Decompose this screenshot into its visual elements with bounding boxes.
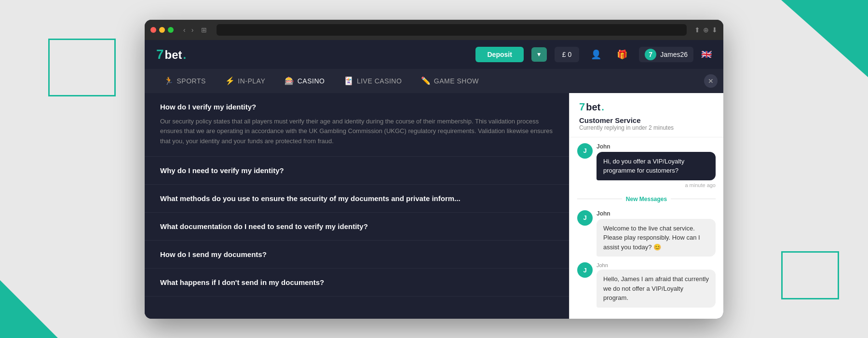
sports-icon: 🏃 xyxy=(164,76,174,85)
deposit-dropdown[interactable]: ▼ xyxy=(531,47,547,62)
chat-logo-dot: . xyxy=(601,102,604,113)
faq-item-5: How do I send my documents? xyxy=(145,241,569,269)
chat-new-messages-divider: New Messages xyxy=(577,196,716,203)
nav-casino[interactable]: 🎰 CASINO xyxy=(277,69,332,93)
browser-actions: ⬆ ⊕ ⬇ xyxy=(694,26,718,34)
download-button[interactable]: ⬇ xyxy=(712,26,718,34)
chat-panel: 7 bet . Customer Service Currently reply… xyxy=(569,93,723,319)
address-bar[interactable] xyxy=(217,24,687,36)
faq-question-6[interactable]: What happens if I don't send in my docum… xyxy=(160,278,554,286)
nav-live-casino-label: LIVE CASINO xyxy=(357,77,402,85)
chat-service-name: Customer Service xyxy=(579,116,714,124)
username: James26 xyxy=(660,51,688,58)
faq-item-2: Why do I need to verify my identity? xyxy=(145,157,569,185)
traffic-lights xyxy=(150,27,174,33)
chat-message-3: J John Hello, James I am afraid that cur… xyxy=(577,262,716,308)
nav-game-show[interactable]: ✏️ GAME SHOW xyxy=(413,69,487,93)
gifts-icon[interactable]: 🎁 xyxy=(613,47,631,62)
chat-bubble-3: Hello, James I am afraid that currently … xyxy=(597,270,716,308)
inplay-icon: ⚡ xyxy=(225,76,235,85)
chat-msg-content-1: John Hi, do you offer a VIP/Loyalty prog… xyxy=(597,143,716,188)
browser-window: ‹ › ⊞ ⬆ ⊕ ⬇ 7 bet . Deposit ▼ £ 0 👤 🎁 7 … xyxy=(145,20,723,319)
minimize-traffic-light[interactable] xyxy=(159,27,165,33)
chat-status: Currently replying in under 2 minutes xyxy=(579,124,714,131)
live-casino-icon: 🃏 xyxy=(344,76,354,85)
back-button[interactable]: ‹ xyxy=(181,25,188,35)
faq-question-4[interactable]: What documentation do I need to send to … xyxy=(160,222,554,230)
chat-avatar-john-3: J xyxy=(577,262,593,278)
level-badge: 7 James26 xyxy=(639,47,693,62)
faq-question-3[interactable]: What methods do you use to ensure the se… xyxy=(160,194,554,203)
divider-label: New Messages xyxy=(626,196,667,203)
nav-live-casino[interactable]: 🃏 LIVE CASINO xyxy=(336,69,409,93)
nav-bar: 🏃 SPORTS ⚡ IN-PLAY 🎰 CASINO 🃏 LIVE CASIN… xyxy=(145,69,723,93)
deposit-button[interactable]: Deposit xyxy=(475,47,523,62)
divider-line-left xyxy=(577,199,622,199)
flag-icon: 🇬🇧 xyxy=(701,49,712,60)
nav-sports-label: SPORTS xyxy=(177,77,206,85)
bg-shape-bottom-right xyxy=(781,251,839,299)
game-show-icon: ✏️ xyxy=(421,76,431,85)
faq-item-4: What documentation do I need to send to … xyxy=(145,213,569,241)
level-number: 7 xyxy=(645,49,656,60)
balance-display: £ 0 xyxy=(555,47,579,62)
chat-msg-content-2: John Welcome to the live chat service. P… xyxy=(597,210,716,257)
casino-icon: 🎰 xyxy=(285,76,295,85)
chat-bubble-2: Welcome to the live chat service. Please… xyxy=(597,219,716,257)
chat-message-1: J John Hi, do you offer a VIP/Loyalty pr… xyxy=(577,143,716,188)
nav-casino-label: CASINO xyxy=(298,77,325,85)
chat-msg-content-3: John Hello, James I am afraid that curre… xyxy=(597,262,716,308)
chat-message-2: J John Welcome to the live chat service.… xyxy=(577,210,716,257)
faq-question-2[interactable]: Why do I need to verify my identity? xyxy=(160,166,554,175)
faq-question-5[interactable]: How do I send my documents? xyxy=(160,250,554,258)
chat-logo-7: 7 xyxy=(579,101,585,113)
chat-brand: 7 bet . xyxy=(579,101,714,113)
chat-bubble-1: Hi, do you offer a VIP/Loyalty programme… xyxy=(597,152,716,180)
chat-sender-2: John xyxy=(597,210,716,217)
nav-game-show-label: GAME SHOW xyxy=(434,77,479,85)
chat-messages: J John Hi, do you offer a VIP/Loyalty pr… xyxy=(570,137,723,319)
logo[interactable]: 7 bet . xyxy=(156,47,186,62)
forward-button[interactable]: › xyxy=(190,25,196,35)
chat-sender-3: John xyxy=(597,262,716,268)
logo-dot: . xyxy=(183,48,187,62)
divider-line-right xyxy=(671,199,716,199)
close-traffic-light[interactable] xyxy=(150,27,156,33)
faq-item-6: What happens if I don't send in my docum… xyxy=(145,269,569,297)
maximize-traffic-light[interactable] xyxy=(168,27,174,33)
faq-section: How do I verify my identity? Our securit… xyxy=(145,93,569,319)
chat-avatar-john-2: J xyxy=(577,210,593,226)
chat-header: 7 bet . Customer Service Currently reply… xyxy=(570,93,723,137)
window-button[interactable]: ⊞ xyxy=(199,25,209,35)
bg-shape-top-left xyxy=(48,39,116,96)
main-content: How do I verify my identity? Our securit… xyxy=(145,93,723,319)
add-tab-button[interactable]: ⊕ xyxy=(703,26,709,34)
account-icon[interactable]: 👤 xyxy=(587,47,605,62)
bg-shape-bottom-left xyxy=(0,280,58,338)
share-button[interactable]: ⬆ xyxy=(694,26,700,34)
close-chat-button[interactable]: ✕ xyxy=(704,74,718,88)
faq-item-1: How do I verify my identity? Our securit… xyxy=(145,93,569,157)
nav-sports[interactable]: 🏃 SPORTS xyxy=(156,69,214,93)
browser-chrome: ‹ › ⊞ ⬆ ⊕ ⬇ xyxy=(145,20,723,40)
faq-item-3: What methods do you use to ensure the se… xyxy=(145,185,569,213)
nav-inplay[interactable]: ⚡ IN-PLAY xyxy=(217,69,273,93)
bg-shape-top-right xyxy=(781,0,868,77)
logo-7: 7 xyxy=(156,47,164,62)
chat-logo-bet: bet xyxy=(586,102,600,113)
faq-answer-1: Our security policy states that all play… xyxy=(160,117,554,147)
site-header: 7 bet . Deposit ▼ £ 0 👤 🎁 7 James26 🇬🇧 xyxy=(145,40,723,69)
browser-nav: ‹ › xyxy=(181,25,195,35)
logo-bet: bet xyxy=(165,48,182,62)
chat-sender-1: John xyxy=(597,143,716,150)
faq-question-1[interactable]: How do I verify my identity? xyxy=(160,103,554,111)
chat-avatar-john: J xyxy=(577,143,593,159)
chat-timestamp-1: a minute ago xyxy=(597,182,716,188)
nav-inplay-label: IN-PLAY xyxy=(238,77,265,85)
